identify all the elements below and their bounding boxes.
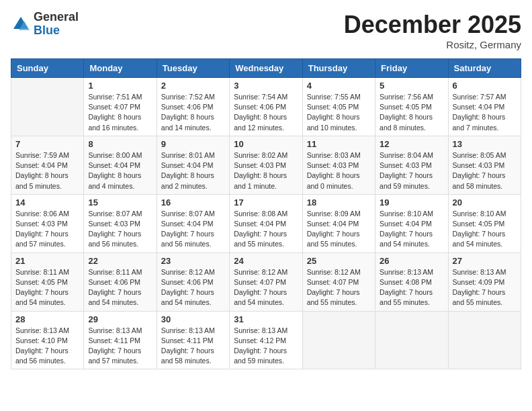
calendar-cell: 28Sunrise: 8:13 AM Sunset: 4:10 PM Dayli… <box>11 311 84 369</box>
day-number: 3 <box>234 81 298 91</box>
day-header-tuesday: Tuesday <box>157 59 229 78</box>
day-number: 18 <box>307 197 371 208</box>
day-number: 29 <box>88 314 152 324</box>
day-number: 4 <box>307 81 371 91</box>
day-info: Sunrise: 7:51 AM Sunset: 4:07 PM Dayligh… <box>88 92 152 133</box>
month-title: December 2025 <box>344 11 521 39</box>
calendar-cell: 15Sunrise: 8:07 AM Sunset: 4:03 PM Dayli… <box>84 194 157 253</box>
day-info: Sunrise: 8:13 AM Sunset: 4:09 PM Dayligh… <box>453 267 517 308</box>
day-info: Sunrise: 8:11 AM Sunset: 4:05 PM Dayligh… <box>15 267 79 308</box>
day-header-thursday: Thursday <box>302 59 375 78</box>
calendar-cell: 26Sunrise: 8:13 AM Sunset: 4:08 PM Dayli… <box>375 253 448 311</box>
week-row: 7Sunrise: 7:59 AM Sunset: 4:04 PM Daylig… <box>11 136 521 194</box>
calendar: SundayMondayTuesdayWednesdayThursdayFrid… <box>11 58 521 369</box>
day-number: 8 <box>88 139 152 149</box>
calendar-cell: 31Sunrise: 8:13 AM Sunset: 4:12 PM Dayli… <box>230 311 302 369</box>
day-info: Sunrise: 7:55 AM Sunset: 4:05 PM Dayligh… <box>307 92 371 133</box>
location: Rositz, Germany <box>344 39 521 50</box>
calendar-cell: 3Sunrise: 7:54 AM Sunset: 4:06 PM Daylig… <box>230 78 302 136</box>
day-number: 25 <box>307 256 371 266</box>
day-info: Sunrise: 8:08 AM Sunset: 4:04 PM Dayligh… <box>234 209 298 250</box>
day-number: 13 <box>453 139 517 149</box>
day-number: 17 <box>234 197 298 208</box>
day-header-friday: Friday <box>375 59 448 78</box>
calendar-cell: 17Sunrise: 8:08 AM Sunset: 4:04 PM Dayli… <box>230 194 302 253</box>
day-info: Sunrise: 7:52 AM Sunset: 4:06 PM Dayligh… <box>161 92 225 133</box>
day-info: Sunrise: 8:07 AM Sunset: 4:04 PM Dayligh… <box>161 209 225 250</box>
day-info: Sunrise: 8:13 AM Sunset: 4:10 PM Dayligh… <box>15 326 79 367</box>
calendar-cell: 4Sunrise: 7:55 AM Sunset: 4:05 PM Daylig… <box>302 78 375 136</box>
calendar-cell: 29Sunrise: 8:13 AM Sunset: 4:11 PM Dayli… <box>84 311 157 369</box>
day-number: 19 <box>380 197 443 208</box>
day-number: 31 <box>234 314 298 324</box>
day-info: Sunrise: 8:05 AM Sunset: 4:03 PM Dayligh… <box>453 150 517 191</box>
logo: General Blue <box>11 11 79 38</box>
calendar-header-row: SundayMondayTuesdayWednesdayThursdayFrid… <box>11 59 521 78</box>
day-number: 21 <box>15 256 79 266</box>
day-number: 2 <box>161 81 225 91</box>
day-number: 9 <box>161 139 225 149</box>
day-number: 12 <box>380 139 443 149</box>
calendar-cell: 12Sunrise: 8:04 AM Sunset: 4:03 PM Dayli… <box>375 136 448 194</box>
week-row: 28Sunrise: 8:13 AM Sunset: 4:10 PM Dayli… <box>11 311 521 369</box>
calendar-cell: 5Sunrise: 7:56 AM Sunset: 4:05 PM Daylig… <box>375 78 448 136</box>
day-info: Sunrise: 8:09 AM Sunset: 4:04 PM Dayligh… <box>307 209 371 250</box>
calendar-cell: 20Sunrise: 8:10 AM Sunset: 4:05 PM Dayli… <box>448 194 521 253</box>
day-info: Sunrise: 8:10 AM Sunset: 4:05 PM Dayligh… <box>453 209 517 250</box>
day-number: 20 <box>453 197 517 208</box>
day-info: Sunrise: 8:01 AM Sunset: 4:04 PM Dayligh… <box>161 150 225 191</box>
day-info: Sunrise: 7:56 AM Sunset: 4:05 PM Dayligh… <box>380 92 443 133</box>
day-number: 5 <box>380 81 443 91</box>
calendar-cell: 30Sunrise: 8:13 AM Sunset: 4:11 PM Dayli… <box>157 311 229 369</box>
day-info: Sunrise: 7:57 AM Sunset: 4:04 PM Dayligh… <box>453 92 517 133</box>
title-block: December 2025 Rositz, Germany <box>344 11 521 50</box>
day-info: Sunrise: 8:12 AM Sunset: 4:06 PM Dayligh… <box>161 267 225 308</box>
calendar-cell: 19Sunrise: 8:10 AM Sunset: 4:04 PM Dayli… <box>375 194 448 253</box>
day-header-saturday: Saturday <box>448 59 521 78</box>
logo-icon <box>11 14 31 34</box>
calendar-cell: 25Sunrise: 8:12 AM Sunset: 4:07 PM Dayli… <box>302 253 375 311</box>
day-info: Sunrise: 8:06 AM Sunset: 4:03 PM Dayligh… <box>15 209 79 250</box>
day-info: Sunrise: 8:10 AM Sunset: 4:04 PM Dayligh… <box>380 209 443 250</box>
calendar-cell <box>375 311 448 369</box>
day-info: Sunrise: 8:13 AM Sunset: 4:11 PM Dayligh… <box>88 326 152 367</box>
day-info: Sunrise: 8:13 AM Sunset: 4:08 PM Dayligh… <box>380 267 443 308</box>
day-number: 24 <box>234 256 298 266</box>
day-info: Sunrise: 8:04 AM Sunset: 4:03 PM Dayligh… <box>380 150 443 191</box>
calendar-cell: 1Sunrise: 7:51 AM Sunset: 4:07 PM Daylig… <box>84 78 157 136</box>
day-number: 26 <box>380 256 443 266</box>
day-number: 10 <box>234 139 298 149</box>
day-info: Sunrise: 8:03 AM Sunset: 4:03 PM Dayligh… <box>307 150 371 191</box>
page-header: General Blue December 2025 Rositz, Germa… <box>11 11 521 50</box>
day-number: 30 <box>161 314 225 324</box>
calendar-cell <box>302 311 375 369</box>
day-info: Sunrise: 8:02 AM Sunset: 4:03 PM Dayligh… <box>234 150 298 191</box>
day-number: 23 <box>161 256 225 266</box>
day-info: Sunrise: 8:12 AM Sunset: 4:07 PM Dayligh… <box>307 267 371 308</box>
calendar-cell <box>448 311 521 369</box>
day-number: 27 <box>453 256 517 266</box>
day-header-sunday: Sunday <box>11 59 84 78</box>
day-number: 1 <box>88 81 152 91</box>
calendar-cell: 23Sunrise: 8:12 AM Sunset: 4:06 PM Dayli… <box>157 253 229 311</box>
calendar-cell: 11Sunrise: 8:03 AM Sunset: 4:03 PM Dayli… <box>302 136 375 194</box>
calendar-cell <box>11 78 84 136</box>
day-info: Sunrise: 8:00 AM Sunset: 4:04 PM Dayligh… <box>88 150 152 191</box>
day-info: Sunrise: 8:07 AM Sunset: 4:03 PM Dayligh… <box>88 209 152 250</box>
calendar-cell: 9Sunrise: 8:01 AM Sunset: 4:04 PM Daylig… <box>157 136 229 194</box>
calendar-cell: 2Sunrise: 7:52 AM Sunset: 4:06 PM Daylig… <box>157 78 229 136</box>
calendar-cell: 10Sunrise: 8:02 AM Sunset: 4:03 PM Dayli… <box>230 136 302 194</box>
week-row: 1Sunrise: 7:51 AM Sunset: 4:07 PM Daylig… <box>11 78 521 136</box>
day-header-monday: Monday <box>84 59 157 78</box>
calendar-cell: 13Sunrise: 8:05 AM Sunset: 4:03 PM Dayli… <box>448 136 521 194</box>
day-number: 16 <box>161 197 225 208</box>
day-number: 7 <box>15 139 79 149</box>
day-number: 28 <box>15 314 79 324</box>
day-number: 6 <box>453 81 517 91</box>
day-number: 22 <box>88 256 152 266</box>
calendar-cell: 21Sunrise: 8:11 AM Sunset: 4:05 PM Dayli… <box>11 253 84 311</box>
calendar-cell: 24Sunrise: 8:12 AM Sunset: 4:07 PM Dayli… <box>230 253 302 311</box>
calendar-cell: 22Sunrise: 8:11 AM Sunset: 4:06 PM Dayli… <box>84 253 157 311</box>
day-header-wednesday: Wednesday <box>230 59 302 78</box>
calendar-cell: 8Sunrise: 8:00 AM Sunset: 4:04 PM Daylig… <box>84 136 157 194</box>
